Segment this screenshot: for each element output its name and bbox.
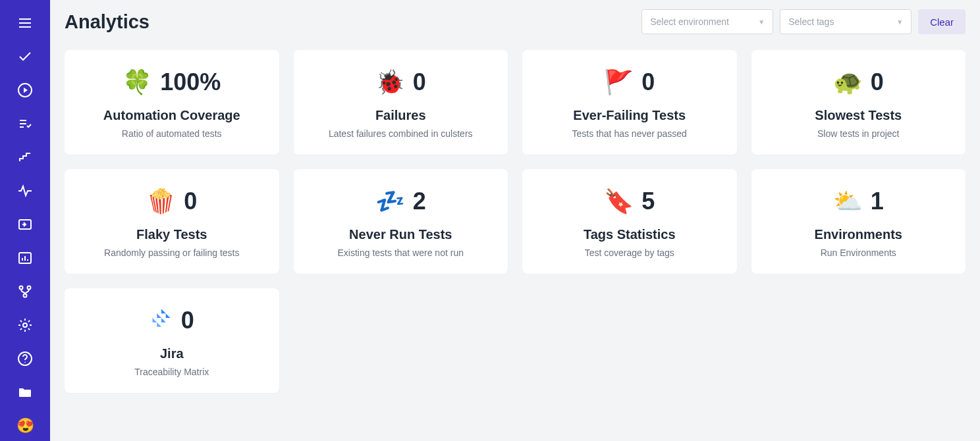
svg-point-14 (28, 286, 31, 290)
popcorn-icon: 🍿 (146, 190, 176, 213)
card-title: Failures (304, 108, 498, 123)
chevron-down-icon: ▼ (896, 18, 903, 26)
branch-icon[interactable] (9, 277, 41, 307)
card-subtitle: Test coverage by tags (533, 247, 726, 258)
card-title: Flaky Tests (75, 227, 269, 242)
svg-point-18 (24, 362, 26, 363)
card-never-run[interactable]: 💤 2 Never Run Tests Existing tests that … (294, 169, 508, 274)
help-icon[interactable] (9, 344, 41, 374)
card-subtitle: Existing tests that were not run (304, 247, 498, 258)
topbar: Analytics Select environment ▼ Select ta… (65, 9, 966, 34)
card-value: 0 (181, 307, 194, 334)
card-value: 1 (871, 188, 884, 215)
chevron-down-icon: ▼ (758, 18, 765, 26)
clear-button[interactable]: Clear (918, 9, 966, 34)
pulse-icon[interactable] (9, 176, 41, 205)
sidebar: 😍 (0, 0, 50, 441)
card-title: Environments (762, 227, 956, 242)
card-subtitle: Slow tests in project (762, 128, 956, 139)
tags-select[interactable]: Select tags ▼ (780, 9, 912, 34)
gear-icon[interactable] (9, 311, 41, 340)
card-jira[interactable]: 0 Jira Traceability Matrix (65, 288, 279, 393)
heart-eyes-emoji[interactable]: 😍 (9, 411, 41, 441)
card-title: Automation Coverage (75, 108, 269, 123)
card-value: 100% (160, 68, 221, 96)
sun-cloud-icon: ⛅ (833, 190, 863, 213)
page-title: Analytics (65, 11, 635, 33)
bookmark-icon: 🔖 (604, 190, 634, 213)
card-title: Ever-Failing Tests (533, 108, 726, 123)
steps-icon[interactable] (9, 142, 41, 172)
jira-icon (150, 307, 173, 334)
card-title: Slowest Tests (762, 108, 956, 123)
analytics-icon[interactable] (9, 244, 41, 273)
svg-marker-4 (24, 88, 28, 93)
card-subtitle: Latest failures combined in culsters (304, 128, 498, 139)
card-ever-failing[interactable]: 🚩 0 Ever-Failing Tests Tests that has ne… (522, 50, 737, 155)
card-flaky[interactable]: 🍿 0 Flaky Tests Randomly passing or fail… (65, 169, 279, 274)
card-slowest[interactable]: 🐢 0 Slowest Tests Slow tests in project (751, 50, 966, 155)
folder-icon[interactable] (9, 378, 41, 407)
card-subtitle: Run Environments (762, 247, 956, 258)
card-subtitle: Ratio of automated tests (75, 128, 269, 139)
bug-icon: 🐞 (375, 70, 405, 94)
hamburger-icon[interactable] (9, 8, 41, 38)
card-environments[interactable]: ⛅ 1 Environments Run Environments (751, 169, 966, 274)
card-automation-coverage[interactable]: 🍀 100% Automation Coverage Ratio of auto… (65, 50, 279, 155)
card-failures[interactable]: 🐞 0 Failures Latest failures combined in… (294, 50, 508, 155)
cards-grid: 🍀 100% Automation Coverage Ratio of auto… (65, 50, 966, 393)
tags-select-placeholder: Select tags (788, 16, 834, 27)
turtle-icon: 🐢 (833, 70, 863, 94)
environment-select[interactable]: Select environment ▼ (641, 9, 773, 34)
card-title: Jira (75, 346, 269, 361)
card-value: 2 (413, 188, 426, 215)
main-content: Analytics Select environment ▼ Select ta… (50, 0, 980, 441)
card-value: 0 (413, 68, 426, 96)
zzz-icon: 💤 (375, 190, 405, 213)
check-icon[interactable] (9, 41, 41, 71)
svg-point-16 (23, 323, 27, 327)
list-check-icon[interactable] (9, 109, 41, 138)
card-value: 0 (871, 68, 884, 96)
import-icon[interactable] (9, 209, 41, 239)
card-subtitle: Traceability Matrix (75, 367, 269, 377)
environment-select-placeholder: Select environment (650, 16, 729, 27)
play-icon[interactable] (9, 75, 41, 105)
flag-icon: 🚩 (604, 70, 634, 94)
svg-point-15 (24, 294, 27, 298)
card-value: 5 (641, 188, 655, 215)
card-subtitle: Randomly passing or failing tests (75, 247, 269, 258)
clover-icon: 🍀 (122, 70, 152, 94)
card-value: 0 (184, 188, 197, 215)
card-title: Tags Statistics (533, 227, 726, 242)
card-value: 0 (641, 68, 655, 96)
card-tags-stats[interactable]: 🔖 5 Tags Statistics Test coverage by tag… (522, 169, 737, 274)
card-subtitle: Tests that has never passed (533, 128, 726, 139)
card-title: Never Run Tests (304, 227, 498, 242)
svg-point-13 (20, 286, 23, 290)
